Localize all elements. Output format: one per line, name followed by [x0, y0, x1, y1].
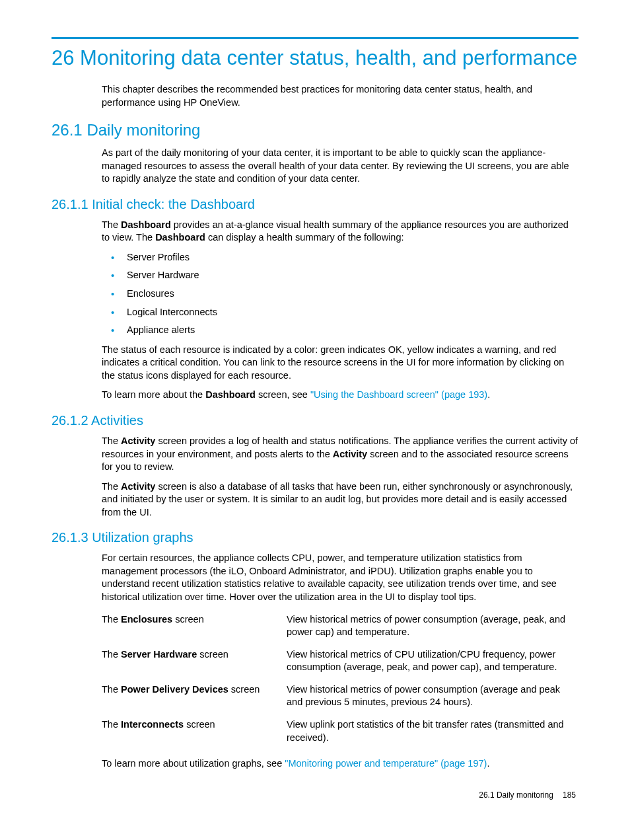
list-item: Enclosures [102, 287, 578, 301]
section-26-1-3-heading: 26.1.3 Utilization graphs [52, 529, 578, 545]
dashboard-summary-list: Server Profiles Server Hardware Enclosur… [102, 251, 578, 337]
list-item: Appliance alerts [102, 324, 578, 337]
section-26-1-2-heading: 26.1.2 Activities [52, 412, 578, 428]
intro-paragraph: This chapter describes the recommended b… [102, 83, 578, 109]
footer-section: 26.1 Daily monitoring [479, 790, 553, 800]
list-item: Logical Interconnects [102, 306, 578, 319]
dashboard-intro-paragraph: The Dashboard provides an at-a-glance vi… [102, 219, 578, 245]
table-row: The Power Delivery Devices screen View h… [102, 681, 578, 716]
table-cell-desc: View historical metrics of CPU utilizati… [287, 646, 578, 681]
status-color-paragraph: The status of each resource is indicated… [102, 344, 578, 383]
table-cell-screen: The Server Hardware screen [102, 646, 287, 681]
section-26-1-body: As part of the daily monitoring of your … [102, 147, 578, 186]
activity-p2: The Activity screen is also a database o… [102, 480, 578, 519]
dashboard-screen-link[interactable]: "Using the Dashboard screen" (page 193) [310, 389, 487, 400]
table-cell-desc: View uplink port statistics of the bit t… [287, 716, 578, 751]
section-26-1-2-body: The Activity screen provides a log of he… [102, 435, 578, 519]
page-content: 26 Monitoring data center status, health… [0, 0, 630, 820]
section-26-1-1-heading: 26.1.1 Initial check: the Dashboard [52, 196, 578, 212]
page-footer: 26.1 Daily monitoring185 [52, 790, 578, 800]
table-row: The Interconnects screen View uplink por… [102, 716, 578, 751]
section-26-1-1-body: The Dashboard provides an at-a-glance vi… [102, 219, 578, 402]
chapter-intro: This chapter describes the recommended b… [102, 83, 578, 109]
table-cell-screen: The Enclosures screen [102, 611, 287, 646]
table-row: The Server Hardware screen View historic… [102, 646, 578, 681]
list-item: Server Hardware [102, 269, 578, 282]
top-rule [52, 37, 578, 39]
table-row: The Enclosures screen View historical me… [102, 611, 578, 646]
list-item: Server Profiles [102, 251, 578, 264]
section-26-1-p1: As part of the daily monitoring of your … [102, 147, 578, 186]
table-cell-desc: View historical metrics of power consump… [287, 681, 578, 716]
utilization-table: The Enclosures screen View historical me… [102, 611, 578, 751]
table-cell-screen: The Interconnects screen [102, 716, 287, 751]
monitoring-power-link[interactable]: "Monitoring power and temperature" (page… [285, 758, 487, 769]
dashboard-learn-more-paragraph: To learn more about the Dashboard screen… [102, 389, 578, 402]
section-26-1-heading: 26.1 Daily monitoring [52, 121, 578, 140]
table-cell-desc: View historical metrics of power consump… [287, 611, 578, 646]
footer-page-number: 185 [563, 790, 576, 800]
utilization-intro-paragraph: For certain resources, the appliance col… [102, 552, 578, 603]
utilization-learn-more-paragraph: To learn more about utilization graphs, … [102, 757, 578, 771]
activity-p1: The Activity screen provides a log of he… [102, 435, 578, 474]
table-cell-screen: The Power Delivery Devices screen [102, 681, 287, 716]
section-26-1-3-body: For certain resources, the appliance col… [102, 552, 578, 770]
chapter-title: 26 Monitoring data center status, health… [52, 46, 578, 70]
